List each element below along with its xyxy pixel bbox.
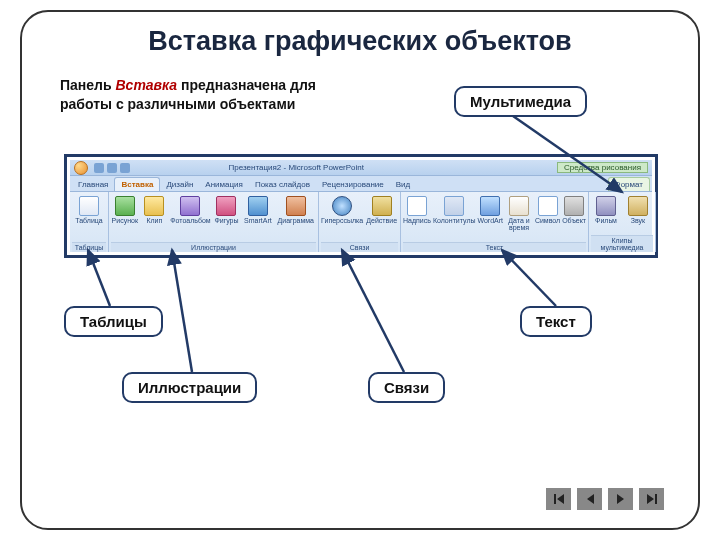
nav-prev-button[interactable] (577, 488, 602, 510)
hyperlink-icon (332, 196, 352, 216)
nav-last-button[interactable] (639, 488, 664, 510)
btn-symbol[interactable]: Символ (535, 194, 560, 224)
btn-action[interactable]: Действие (365, 194, 398, 224)
btn-chart[interactable]: Диаграмма (276, 194, 316, 224)
svg-line-2 (502, 250, 556, 306)
btn-wordart[interactable]: WordArt (478, 194, 504, 224)
btn-hyperlink[interactable]: Гиперссылка (321, 194, 363, 224)
ribbon-tabs: Главная Вставка Дизайн Анимация Показ сл… (70, 176, 652, 192)
tab-slideshow[interactable]: Показ слайдов (249, 178, 316, 191)
callout-multimedia: Мультимедиа (454, 86, 587, 117)
subtitle-pre: Панель (60, 77, 115, 93)
btn-headerfooter[interactable]: Колонтитулы (433, 194, 476, 224)
tab-animation[interactable]: Анимация (199, 178, 249, 191)
subtitle-emph: Вставка (115, 77, 177, 93)
group-illustrations: Рисунок Клип Фотоальбом Фигуры SmartArt … (109, 192, 319, 252)
nav-buttons (546, 488, 664, 510)
photoalbum-icon (180, 196, 200, 216)
qat-undo-icon[interactable] (107, 163, 117, 173)
btn-smartart[interactable]: SmartArt (242, 194, 273, 224)
group-tables: Таблица Таблицы (70, 192, 109, 252)
action-icon (372, 196, 392, 216)
ribbon-screenshot: Презентация2 - Microsoft PowerPoint Сред… (64, 154, 658, 258)
slide-subtitle: Панель Вставка предназначена для работы … (60, 76, 370, 114)
tab-view[interactable]: Вид (390, 178, 416, 191)
group-media: Фильм Звук Клипы мультимедиа (589, 192, 656, 252)
svg-line-1 (88, 250, 110, 306)
btn-object[interactable]: Объект (562, 194, 586, 224)
btn-photoalbum[interactable]: Фотоальбом (170, 194, 210, 224)
ribbon: Презентация2 - Microsoft PowerPoint Сред… (70, 160, 652, 252)
datetime-icon (509, 196, 529, 216)
nav-first-button[interactable] (546, 488, 571, 510)
nav-next-button[interactable] (608, 488, 633, 510)
symbol-icon (538, 196, 558, 216)
tab-format[interactable]: Формат (608, 177, 650, 191)
slide-title: Вставка графических объектов (22, 26, 698, 57)
qat-save-icon[interactable] (94, 163, 104, 173)
wordart-icon (480, 196, 500, 216)
headerfooter-icon (444, 196, 464, 216)
ribbon-groups: Таблица Таблицы Рисунок Клип Фотоальбом … (70, 192, 652, 252)
callout-tables: Таблицы (64, 306, 163, 337)
group-text: Надпись Колонтитулы WordArt Дата и время… (401, 192, 589, 252)
svg-line-3 (172, 250, 192, 372)
group-label-text: Текст (403, 242, 586, 252)
contextual-tab-label: Средства рисования (557, 162, 648, 173)
slide-frame: Вставка графических объектов Панель Вста… (20, 10, 700, 530)
svg-line-4 (342, 250, 404, 372)
callout-illustrations: Иллюстрации (122, 372, 257, 403)
callout-links: Связи (368, 372, 445, 403)
tab-review[interactable]: Рецензирование (316, 178, 390, 191)
table-icon (79, 196, 99, 216)
group-links: Гиперссылка Действие Связи (319, 192, 401, 252)
group-label-links: Связи (321, 242, 398, 252)
sound-icon (628, 196, 648, 216)
btn-picture[interactable]: Рисунок (111, 194, 139, 224)
btn-table[interactable]: Таблица (72, 194, 106, 224)
tab-insert[interactable]: Вставка (114, 177, 160, 191)
picture-icon (115, 196, 135, 216)
group-label-media: Клипы мультимедиа (591, 235, 653, 252)
btn-textbox[interactable]: Надпись (403, 194, 431, 224)
tab-design[interactable]: Дизайн (160, 178, 199, 191)
quick-access-toolbar (94, 163, 130, 173)
btn-clip[interactable]: Клип (141, 194, 169, 224)
title-bar: Презентация2 - Microsoft PowerPoint Сред… (70, 160, 652, 176)
btn-datetime[interactable]: Дата и время (505, 194, 533, 232)
tab-home[interactable]: Главная (72, 178, 114, 191)
shapes-icon (216, 196, 236, 216)
smartart-icon (248, 196, 268, 216)
office-button-icon[interactable] (74, 161, 88, 175)
btn-sound[interactable]: Звук (623, 194, 653, 224)
window-title: Презентация2 - Microsoft PowerPoint (229, 163, 364, 172)
object-icon (564, 196, 584, 216)
btn-movie[interactable]: Фильм (591, 194, 621, 224)
group-label-illustrations: Иллюстрации (111, 242, 316, 252)
clip-icon (144, 196, 164, 216)
textbox-icon (407, 196, 427, 216)
chart-icon (286, 196, 306, 216)
movie-icon (596, 196, 616, 216)
callout-text: Текст (520, 306, 592, 337)
group-label-tables: Таблицы (72, 242, 106, 252)
qat-redo-icon[interactable] (120, 163, 130, 173)
btn-shapes[interactable]: Фигуры (213, 194, 241, 224)
